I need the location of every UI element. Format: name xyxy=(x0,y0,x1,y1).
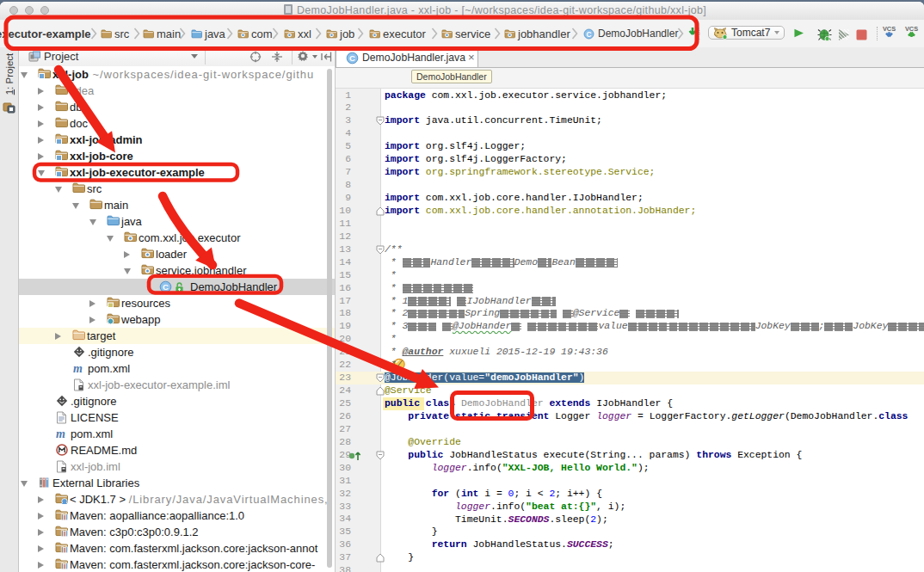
svg-text:C: C xyxy=(587,30,592,38)
svg-text:1: 1 xyxy=(698,36,700,40)
svg-text:C: C xyxy=(349,53,355,63)
svg-text:m: m xyxy=(73,362,83,374)
svg-text:VCS: VCS xyxy=(883,25,896,33)
svg-text:C: C xyxy=(163,282,169,292)
svg-text:m: m xyxy=(56,427,65,440)
svg-text:VCS: VCS xyxy=(905,25,918,33)
